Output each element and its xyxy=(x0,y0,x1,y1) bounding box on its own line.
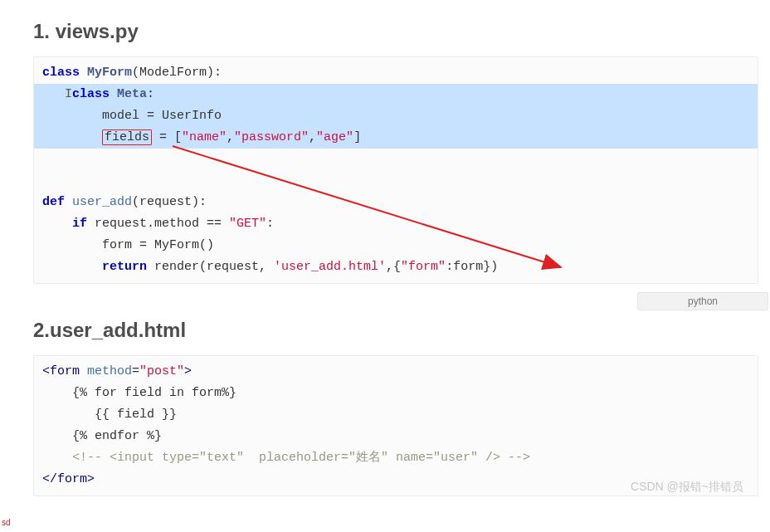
fields-highlight-box: fields xyxy=(102,129,152,145)
code-line: {% for field in form%} xyxy=(42,383,749,404)
code-line: {{ field }} xyxy=(42,404,749,426)
heading-views-py: 1. views.py xyxy=(33,20,758,43)
code-line: if request.method == "GET": xyxy=(42,213,749,235)
code-line: form = MyForm() xyxy=(42,235,749,256)
code-line: def user_add(request): xyxy=(42,192,749,213)
code-line: <!-- <input type="text" placeholder="姓名"… xyxy=(42,447,749,469)
code-line: return render(request, 'user_add.html',{… xyxy=(42,256,749,278)
code-line: {% endfor %} xyxy=(42,426,749,447)
code-line-highlighted: Iclass Meta: xyxy=(34,84,758,105)
code-line: class MyForm(ModelForm): xyxy=(42,62,749,84)
watermark: CSDN @报错~排错员 xyxy=(631,480,743,495)
code-line-highlighted: fields = ["name","password","age"] xyxy=(34,127,758,149)
code-line-highlighted: model = UserInfo xyxy=(34,105,758,127)
language-label: python xyxy=(637,292,768,310)
code-line-blank xyxy=(42,149,749,170)
page: 1. views.py class MyForm(ModelForm): Icl… xyxy=(33,20,758,496)
code-block-html: <form method="post"> {% for field in for… xyxy=(33,355,758,496)
code-block-python: class MyForm(ModelForm): Iclass Meta: mo… xyxy=(33,56,758,284)
code-block-python-wrapper: class MyForm(ModelForm): Iclass Meta: mo… xyxy=(33,56,758,284)
heading-user-add-html: 2.user_add.html xyxy=(33,319,758,342)
code-line: <form method="post"> xyxy=(42,361,749,383)
code-line-blank xyxy=(42,170,749,192)
